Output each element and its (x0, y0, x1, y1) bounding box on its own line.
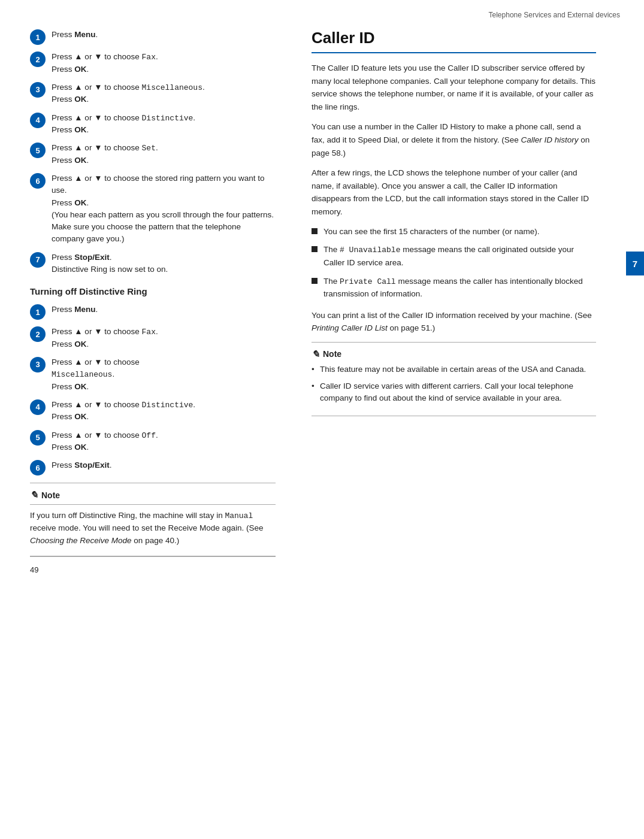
s2-step-6: 6 Press Stop/Exit. (30, 459, 276, 475)
note-icon-right: ✎ (312, 349, 319, 360)
step-2: 2 Press ▲ or ▼ to choose Fax.Press OK. (30, 51, 276, 75)
right-para4: You can print a list of the Caller ID in… (312, 309, 596, 335)
s2-step-text-6: Press Stop/Exit. (52, 459, 276, 471)
s2-step-text-4: Press ▲ or ▼ to choose Distinctive.Press… (52, 399, 276, 423)
note-item-1: This feature may not be available in cer… (312, 364, 596, 375)
note-icon-left: ✎ (30, 489, 38, 501)
bullet-square-1 (312, 228, 318, 234)
bullet-item-1: You can see the first 15 characters of t… (312, 226, 596, 238)
s2-step-text-1: Press Menu. (52, 304, 276, 316)
step-num-4: 4 (30, 113, 46, 128)
section2-heading: Turning off Distinctive Ring (30, 286, 276, 296)
s2-step-num-5: 5 (30, 430, 46, 446)
right-para1: The Caller ID feature lets you use the C… (312, 62, 596, 113)
s2-step-4: 4 Press ▲ or ▼ to choose Distinctive.Pre… (30, 399, 276, 423)
right-para3: After a few rings, the LCD shows the tel… (312, 166, 596, 218)
step-text-3: Press ▲ or ▼ to choose Miscellaneous.Pre… (52, 81, 276, 106)
bullet-text-3: The Private Call message means the calle… (323, 275, 596, 301)
s2-step-2: 2 Press ▲ or ▼ to choose Fax.Press OK. (30, 326, 276, 350)
note-list-right: This feature may not be available in cer… (312, 364, 596, 405)
step-6: 6 Press ▲ or ▼ to choose the stored ring… (30, 172, 276, 246)
step-text-7: Press Stop/Exit.Distinctive Ring is now … (52, 252, 276, 276)
note-box-right: ✎ Note This feature may not be available… (312, 342, 596, 416)
step-4: 4 Press ▲ or ▼ to choose Distinctive.Pre… (30, 112, 276, 137)
bullet-text-1: You can see the first 15 characters of t… (323, 226, 539, 238)
s2-step-3: 3 Press ▲ or ▼ to chooseMiscellaneous.Pr… (30, 356, 276, 393)
bullet-list: You can see the first 15 characters of t… (312, 226, 596, 301)
note-title-right: ✎ Note (312, 349, 596, 360)
step-num-7: 7 (30, 252, 46, 268)
right-para2: You can use a number in the Caller ID Hi… (312, 120, 596, 159)
s2-step-num-4: 4 (30, 399, 46, 415)
chapter-tab: 7 (626, 252, 644, 275)
step-text-6: Press ▲ or ▼ to choose the stored ring p… (52, 172, 276, 246)
step-text-4: Press ▲ or ▼ to choose Distinctive.Press… (52, 112, 276, 137)
step-num-1: 1 (30, 29, 46, 45)
step-5: 5 Press ▲ or ▼ to choose Set.Press OK. (30, 142, 276, 166)
step-text-5: Press ▲ or ▼ to choose Set.Press OK. (52, 142, 276, 166)
s2-step-1: 1 Press Menu. (30, 304, 276, 320)
s2-step-text-5: Press ▲ or ▼ to choose Off.Press OK. (52, 429, 276, 454)
step-1: 1 Press Menu. (30, 29, 276, 45)
bullet-square-3 (312, 278, 318, 284)
note-title-left: ✎ Note (30, 489, 276, 501)
s2-step-text-2: Press ▲ or ▼ to choose Fax.Press OK. (52, 326, 276, 350)
s2-step-num-3: 3 (30, 357, 46, 372)
bullet-text-2: The # Unavailable message means the call… (323, 244, 596, 269)
left-column: 1 Press Menu. 2 Press ▲ or ▼ to choose F… (0, 23, 294, 586)
s2-step-text-3: Press ▲ or ▼ to chooseMiscellaneous.Pres… (52, 356, 276, 393)
s2-step-num-1: 1 (30, 304, 46, 320)
caller-id-title: Caller ID (312, 29, 596, 53)
page-header: Telephone Services and External devices (0, 0, 644, 23)
step-num-6: 6 (30, 173, 46, 189)
bullet-item-2: The # Unavailable message means the call… (312, 244, 596, 269)
right-column: Caller ID The Caller ID feature lets you… (294, 23, 620, 586)
page-number: 49 (30, 565, 276, 574)
step-text-1: Press Menu. (52, 29, 276, 41)
step-num-3: 3 (30, 82, 46, 98)
step-7: 7 Press Stop/Exit.Distinctive Ring is no… (30, 252, 276, 276)
note-box-left: ✎ Note If you turn off Distinctive Ring,… (30, 483, 276, 547)
note-item-2: Caller ID service varies with different … (312, 380, 596, 405)
s2-step-5: 5 Press ▲ or ▼ to choose Off.Press OK. (30, 429, 276, 454)
step-num-2: 2 (30, 52, 46, 67)
bullet-item-3: The Private Call message means the calle… (312, 275, 596, 301)
step-text-2: Press ▲ or ▼ to choose Fax.Press OK. (52, 51, 276, 75)
s2-step-num-6: 6 (30, 460, 46, 475)
s2-step-num-2: 2 (30, 326, 46, 342)
step-3: 3 Press ▲ or ▼ to choose Miscellaneous.P… (30, 81, 276, 106)
step-num-5: 5 (30, 143, 46, 158)
note-text-left: If you turn off Distinctive Ring, the ma… (30, 510, 276, 547)
bullet-square-2 (312, 246, 318, 252)
